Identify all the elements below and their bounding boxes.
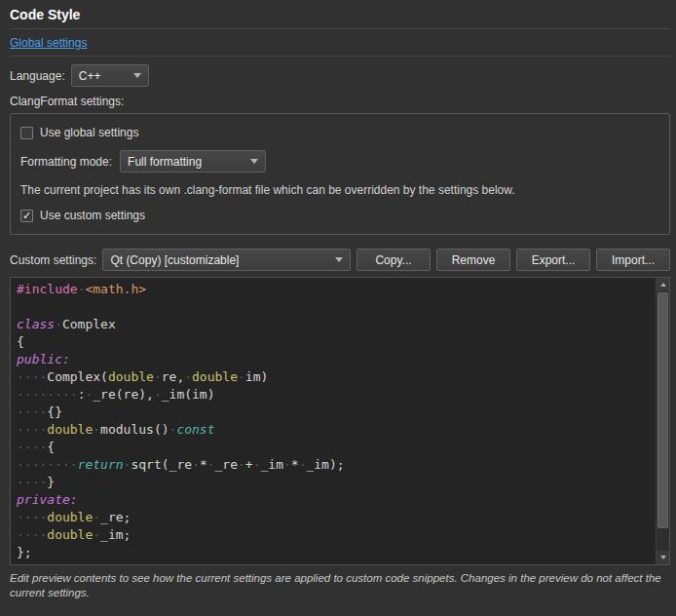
code-editor-content[interactable]: #include·<math.h> class·Complex{public:·… [11,278,656,564]
code-line: ········return·sqrt(_re·*·_re·+·_im·*·_i… [17,456,656,474]
custom-settings-value: Qt (Copy) [customizable] [110,253,326,267]
scrollbar-track[interactable] [657,291,669,551]
clangformat-settings-label: ClangFormat settings: [10,95,670,109]
footer-note: Edit preview contents to see how the cur… [10,571,670,600]
page-title: Code Style [10,7,670,22]
clang-format-file-note: The current project has its own .clang-f… [20,183,659,198]
chevron-down-icon [335,257,343,262]
use-custom-settings-label: Use custom settings [40,209,145,222]
language-label: Language: [10,69,65,83]
chevron-down-icon [250,159,258,164]
clangformat-groupbox: Use global settings Formatting mode: Ful… [10,113,670,235]
code-line: #include·<math.h> [17,281,656,298]
code-line: ····} [17,474,656,491]
divider [10,28,670,29]
code-line: ····{ [17,439,656,456]
language-select-value: C++ [79,69,125,83]
code-line: class·Complex [17,316,656,333]
code-line: ····double·_re; [17,509,656,526]
copy-button[interactable]: Copy... [357,249,431,271]
language-select[interactable]: C++ [71,64,149,87]
formatting-mode-label: Formatting mode: [20,155,112,169]
custom-settings-label: Custom settings: [10,253,96,267]
use-global-settings-label: Use global settings [40,126,138,139]
checkbox-checked-icon: ✓ [20,210,33,222]
import-button[interactable]: Import... [596,249,670,271]
code-preview-editor[interactable]: #include·<math.h> class·Complex{public:·… [10,277,670,565]
scrollbar-up-button[interactable] [657,278,669,291]
arrow-down-icon [660,556,666,559]
code-line: private: [17,491,656,509]
global-settings-link[interactable]: Global settings [10,36,87,50]
code-style-settings-page: Code Style Global settings Language: C++… [0,0,676,604]
code-line: ····Complex(double·re,·double·im) [17,368,656,386]
vertical-scrollbar[interactable] [656,278,669,564]
divider [10,56,670,57]
remove-button[interactable]: Remove [436,249,510,271]
code-line: ····{} [17,404,656,421]
use-global-settings-checkbox[interactable]: Use global settings [20,124,659,141]
formatting-mode-value: Full formatting [128,155,242,169]
use-custom-settings-checkbox[interactable]: ✓ Use custom settings [20,207,659,224]
chevron-down-icon [133,73,141,78]
code-line: ········:·_re(re),·_im(im) [17,386,656,404]
code-line: { [17,333,656,351]
scrollbar-thumb[interactable] [657,292,668,528]
arrow-up-icon [660,283,666,287]
code-line: ····double·modulus()·const [17,421,656,439]
code-line: public: [17,351,656,368]
formatting-mode-select[interactable]: Full formatting [120,150,266,173]
checkbox-unchecked-icon [20,127,33,139]
export-button[interactable]: Export... [516,249,590,271]
code-line: ····double·_im; [17,526,656,544]
code-line [17,298,656,316]
scrollbar-down-button[interactable] [657,551,669,564]
custom-settings-select[interactable]: Qt (Copy) [customizable] [102,249,351,271]
code-line: }; [17,544,656,561]
